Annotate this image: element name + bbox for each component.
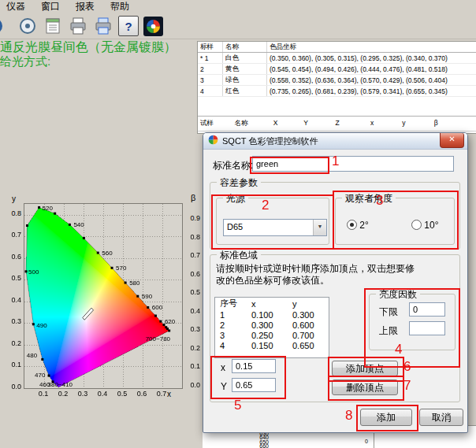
x-axis-tick: 0.5 [114, 390, 130, 398]
instruction-line-2: 改的色品坐标可修改该值。 [216, 274, 329, 287]
col-header-id: 标样 [198, 42, 223, 53]
menu-instrument[interactable]: 仪器 [6, 0, 25, 13]
light-source-value: D65 [227, 222, 243, 231]
y-axis-tick: 0.7 [5, 231, 21, 239]
x-axis-tick: 0.4 [95, 390, 110, 398]
observer-10-label: 10° [424, 220, 438, 231]
x-coord-label: x [221, 362, 225, 373]
help-icon[interactable]: ? [118, 16, 139, 36]
luminance-group-label: 亮度因数 [376, 288, 420, 302]
wavelength-list-item: 660 [255, 444, 269, 448]
y-axis-tick: 0.5 [5, 274, 21, 282]
sqct-logo-icon[interactable] [143, 17, 163, 36]
x-axis-tick: 0.6 [134, 390, 150, 398]
y-coord-input[interactable] [232, 378, 276, 392]
menu-bar: 仪器 窗口 报表 帮助 [0, 0, 476, 13]
std-id-cell: 2 [198, 64, 223, 75]
sample-col-X: X [271, 119, 299, 127]
y-axis-tick: 0.3 [5, 317, 21, 325]
beta-axis-tick: 0.8 [186, 233, 200, 241]
std-name-cell: 红色 [223, 86, 267, 97]
std-coords-cell: (0.545, 0.454), (0.494, 0.426), (0.444, … [267, 64, 476, 75]
std-name-cell: 黄色 [223, 64, 267, 75]
light-source-group: 光源 D65 ▼ [216, 198, 329, 245]
std-id-cell: * 1 [198, 53, 223, 64]
cancel-button[interactable]: 取消 [419, 409, 463, 426]
vertex-col-index: 序号 [215, 298, 247, 309]
dialog-titlebar[interactable]: SQCT 色彩管理控制软件 [203, 133, 467, 150]
beta-axis-tick: 0.5 [186, 288, 200, 296]
col-header-name: 名称 [223, 42, 267, 53]
vertex-cell: 4 [215, 340, 247, 350]
instrument-circle-icon[interactable] [17, 16, 38, 36]
x-axis-tick: 0.3 [75, 390, 91, 398]
observer-10-radio[interactable] [411, 220, 422, 230]
vertex-cell: 0.250 [247, 330, 288, 340]
vertex-cell: 0.150 [247, 340, 288, 350]
sqct-dialog: SQCT 色彩管理控制软件 ✕ 标准名称: 容差参数 光源 D65 ▼ 观察者角… [203, 132, 468, 433]
y-axis-tick: 0.0 [5, 383, 21, 391]
standard-name-input[interactable] [252, 156, 454, 172]
menu-report[interactable]: 报表 [76, 0, 95, 13]
beta-axis-label: β [191, 193, 195, 202]
y-axis-tick: 0.4 [5, 296, 21, 304]
list-item[interactable]: 2 0.300 0.600 [215, 320, 329, 330]
add-button[interactable]: 添加 [360, 409, 412, 426]
vertex-table: 序号 x y 1 0.100 0.300 2 0.300 0.600 3 0.2… [215, 298, 329, 350]
vertex-cell: 0.700 [288, 330, 329, 340]
vertex-header-row: 序号 x y [215, 298, 329, 309]
x-coord-input[interactable] [232, 359, 276, 373]
lower-limit-input[interactable] [409, 302, 445, 317]
sample-col-id: 试样 [198, 119, 230, 128]
vertex-cell: 1 [215, 309, 247, 320]
luminance-group: 亮度因数 下限 上限 [369, 294, 456, 350]
std-coords-cell: (0.350, 0.360), (0.305, 0.315), (0.295, … [267, 53, 476, 64]
std-coords-cell: (0.735, 0.265), (0.681, 0.239), (0.579, … [267, 86, 476, 97]
x-axis-tick: 0.7 [154, 390, 169, 398]
dialog-logo-icon [208, 134, 218, 148]
vertex-cell: 0.650 [288, 340, 329, 350]
table-row[interactable]: * 1 白色 (0.350, 0.360), (0.305, 0.315), (… [198, 53, 476, 64]
vertex-cell: 0.300 [288, 309, 329, 320]
print-export-icon[interactable] [93, 16, 113, 36]
beta-axis-tick: 0.6 [186, 270, 200, 278]
observer-group-label: 观察者角度 [342, 192, 396, 205]
list-item[interactable]: 3 0.250 0.700 [215, 330, 329, 340]
sample-table-header: 试样 名称 X Y Z x y β [198, 116, 476, 131]
beta-axis-tick: 0.7 [186, 251, 200, 259]
beta-axis-tick: 0.9 [186, 214, 200, 222]
delete-vertex-button[interactable]: 删除顶点 [332, 380, 398, 395]
partial-circle-icon[interactable] [0, 16, 13, 36]
vertex-cell: 0.600 [288, 320, 329, 330]
sample-col-x: x [368, 119, 398, 127]
vertex-list[interactable]: 序号 x y 1 0.100 0.300 2 0.300 0.600 3 0.2… [214, 297, 329, 358]
menu-window[interactable]: 窗口 [41, 0, 60, 13]
list-item[interactable]: 4 0.150 0.650 [215, 340, 329, 350]
menu-help[interactable]: 帮助 [110, 0, 129, 13]
upper-limit-input[interactable] [409, 321, 445, 335]
beta-axis-tick: 0.1 [186, 362, 200, 370]
tolerance-group-label: 容差参数 [217, 176, 261, 190]
observer-2-label: 2° [359, 220, 368, 231]
light-source-select[interactable]: D65 ▼ [223, 219, 327, 236]
notebook-icon[interactable] [43, 16, 63, 36]
application-window: 仪器 窗口 报表 帮助 ? [0, 0, 476, 448]
vertex-cell: 3 [215, 330, 247, 340]
table-row[interactable]: 3 绿色 (0.558, 0.352), (0.636, 0.364), (0.… [198, 75, 476, 86]
table-row[interactable]: 2 黄色 (0.545, 0.454), (0.494, 0.426), (0.… [198, 64, 476, 75]
document-subtitle: 给光方式: [0, 54, 50, 69]
table-row[interactable]: 4 红色 (0.735, 0.265), (0.681, 0.239), (0.… [198, 86, 476, 97]
observer-2-radio[interactable] [347, 220, 357, 230]
sample-col-Z: Z [333, 119, 366, 127]
y-axis-tick: 0.8 [5, 209, 21, 217]
close-icon[interactable]: ✕ [440, 133, 464, 148]
cie-diagram [24, 203, 183, 389]
std-name-cell: 绿色 [223, 75, 267, 86]
y-axis-tick: 0.6 [5, 253, 21, 261]
list-item[interactable]: 1 0.100 0.300 [215, 309, 329, 320]
print-icon[interactable] [68, 16, 88, 36]
sample-col-beta: β [432, 119, 452, 127]
x-axis-tick: 0.2 [55, 390, 71, 398]
beta-axis-tick: 0.2 [186, 344, 200, 352]
add-vertex-button[interactable]: 添加顶点 [332, 361, 398, 376]
